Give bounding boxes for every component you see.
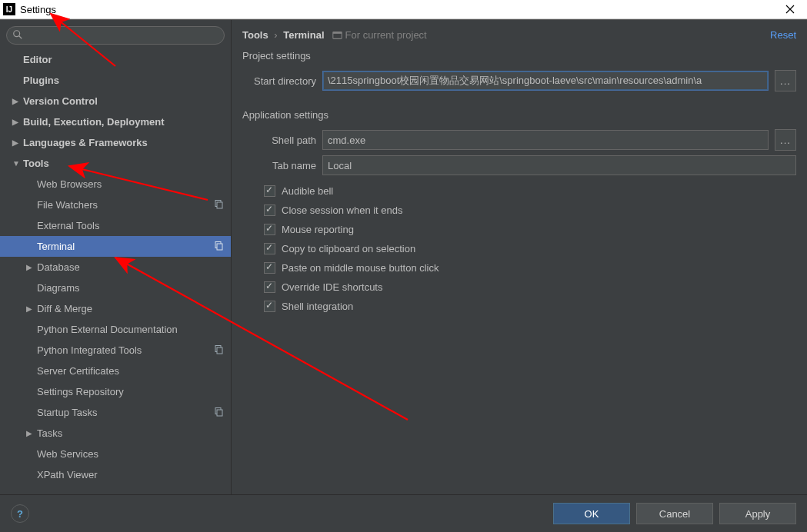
sidebar-item-label: Python External Documentation [37, 324, 178, 335]
sidebar-item-label: Diagrams [37, 282, 80, 294]
search-icon [12, 29, 23, 42]
sidebar-item-settings-repository[interactable]: Settings Repository [0, 381, 231, 402]
search-box [6, 26, 225, 45]
svg-rect-5 [217, 244, 222, 250]
sidebar-item-editor[interactable]: Editor [0, 49, 231, 70]
checkbox[interactable] [264, 204, 275, 216]
caret-right-icon: ▶ [12, 138, 23, 147]
option-close-session-when-it-ends[interactable]: Close session when it ends [264, 204, 796, 216]
sidebar-item-label: Editor [23, 54, 52, 65]
close-icon [785, 5, 795, 14]
sidebar-item-version-control[interactable]: ▶Version Control [0, 91, 231, 111]
option-label: Mouse reporting [282, 224, 354, 235]
options-group: Audible bellClose session when it endsMo… [232, 182, 807, 315]
main: Editor Plugins▶Version Control▶Build, Ex… [0, 19, 807, 494]
content: Tools › Terminal For current project Res… [232, 20, 807, 494]
option-label: Paste on middle mouse button click [282, 262, 439, 274]
titlebar: IJ Settings [0, 0, 807, 19]
sidebar-item-label: Tools [23, 158, 49, 169]
sidebar-item-label: Terminal [37, 241, 75, 252]
caret-right-icon: ▶ [26, 429, 37, 437]
option-shell-integration[interactable]: Shell integration [264, 301, 796, 312]
app-icon: IJ [3, 3, 15, 15]
shell-path-input[interactable] [322, 130, 769, 150]
sidebar-item-label: External Tools [37, 220, 99, 231]
breadcrumb-leaf: Terminal [283, 29, 324, 41]
shell-path-label: Shell path [242, 135, 316, 146]
for-project-label: For current project [332, 29, 427, 41]
settings-tree[interactable]: Editor Plugins▶Version Control▶Build, Ex… [0, 49, 231, 494]
apply-button[interactable]: Apply [719, 503, 796, 524]
option-mouse-reporting[interactable]: Mouse reporting [264, 224, 796, 235]
option-override-ide-shortcuts[interactable]: Override IDE shortcuts [264, 281, 796, 293]
checkbox[interactable] [264, 262, 275, 274]
svg-rect-3 [217, 202, 222, 208]
sidebar-item-web-browsers[interactable]: Web Browsers [0, 174, 231, 195]
svg-line-1 [19, 36, 22, 39]
sidebar-item-diff-merge[interactable]: ▶Diff & Merge [0, 298, 231, 319]
ok-button[interactable]: OK [553, 503, 630, 524]
caret-down-icon: ▼ [12, 159, 23, 168]
sidebar-item-label: Tasks [37, 427, 62, 439]
breadcrumb-root: Tools [242, 29, 268, 41]
close-button[interactable] [776, 0, 804, 18]
option-paste-on-middle-mouse-button-click[interactable]: Paste on middle mouse button click [264, 262, 796, 274]
breadcrumb-row: Tools › Terminal For current project Res… [232, 20, 807, 48]
shell-path-browse[interactable]: ... [775, 129, 796, 151]
option-label: Shell integration [282, 301, 353, 312]
sidebar-item-plugins[interactable]: Plugins [0, 70, 231, 91]
sidebar-item-label: Settings Repository [37, 386, 124, 397]
project-settings-title: Project settings [232, 48, 807, 68]
application-settings-title: Application settings [232, 108, 807, 127]
sidebar-item-xpath-viewer[interactable]: XPath Viewer [0, 464, 231, 485]
checkbox[interactable] [264, 281, 275, 293]
caret-right-icon: ▶ [12, 118, 23, 126]
checkbox[interactable] [264, 224, 275, 235]
sidebar-item-server-certificates[interactable]: Server Certificates [0, 361, 231, 381]
svg-point-0 [14, 31, 20, 37]
checkbox[interactable] [264, 301, 275, 312]
checkbox[interactable] [264, 185, 275, 197]
sidebar-item-label: Startup Tasks [37, 407, 98, 418]
sidebar-item-external-tools[interactable]: External Tools [0, 215, 231, 236]
copy-icon [214, 200, 223, 211]
sidebar-item-build-execution-deployment[interactable]: ▶Build, Execution, Deployment [0, 111, 231, 132]
help-button[interactable]: ? [11, 504, 29, 523]
sidebar-item-label: Version Control [23, 95, 98, 107]
breadcrumb-sep: › [274, 29, 277, 41]
checkbox[interactable] [264, 243, 275, 254]
sidebar-item-database[interactable]: ▶Database [0, 257, 231, 278]
start-directory-browse[interactable]: ... [775, 70, 796, 91]
option-label: Close session when it ends [282, 204, 403, 216]
tab-name-input[interactable] [322, 155, 796, 175]
window-title: Settings [20, 4, 56, 15]
sidebar: Editor Plugins▶Version Control▶Build, Ex… [0, 20, 232, 494]
sidebar-item-label: XPath Viewer [37, 469, 98, 480]
sidebar-item-python-external-documentation[interactable]: Python External Documentation [0, 319, 231, 340]
start-directory-input[interactable] [322, 71, 769, 91]
option-label: Copy to clipboard on selection [282, 243, 415, 254]
search-input[interactable] [6, 26, 225, 45]
sidebar-item-file-watchers[interactable]: File Watchers [0, 195, 231, 215]
sidebar-item-tools[interactable]: ▼Tools [0, 153, 231, 174]
cancel-button[interactable]: Cancel [636, 503, 713, 524]
sidebar-item-label: File Watchers [37, 199, 98, 211]
option-audible-bell[interactable]: Audible bell [264, 185, 796, 197]
option-copy-to-clipboard-on-selection[interactable]: Copy to clipboard on selection [264, 243, 796, 254]
copy-icon [214, 345, 223, 356]
option-label: Override IDE shortcuts [282, 281, 383, 293]
sidebar-item-label: Database [37, 261, 80, 273]
copy-icon [214, 407, 223, 418]
svg-rect-11 [332, 32, 341, 33]
sidebar-item-web-services[interactable]: Web Services [0, 444, 231, 464]
sidebar-item-languages-frameworks[interactable]: ▶Languages & Frameworks [0, 132, 231, 153]
sidebar-item-tasks[interactable]: ▶Tasks [0, 423, 231, 444]
sidebar-item-startup-tasks[interactable]: Startup Tasks [0, 402, 231, 423]
sidebar-item-diagrams[interactable]: Diagrams [0, 278, 231, 298]
copy-icon [214, 241, 223, 252]
sidebar-item-terminal[interactable]: Terminal [0, 236, 231, 257]
breadcrumb: Tools › Terminal [242, 29, 325, 41]
sidebar-item-python-integrated-tools[interactable]: Python Integrated Tools [0, 340, 231, 361]
sidebar-item-label: Python Integrated Tools [37, 344, 142, 356]
reset-link[interactable]: Reset [770, 29, 796, 41]
